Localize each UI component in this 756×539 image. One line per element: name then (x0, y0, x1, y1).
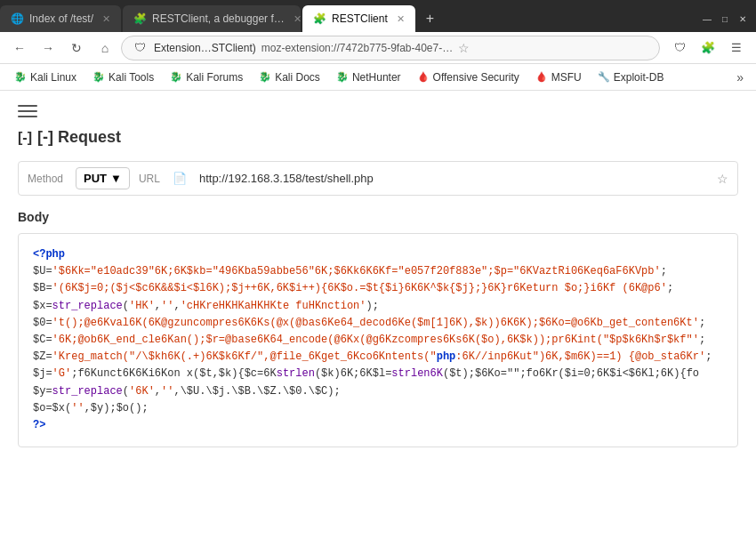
tab-2-close[interactable]: ✕ (294, 13, 301, 25)
nav-right-buttons: 🛡 🧩 ☰ (667, 36, 749, 60)
kali-docs-icon: 🐉 (259, 71, 271, 83)
kali-forums-icon: 🐉 (170, 71, 182, 83)
home-button[interactable]: ⌂ (92, 36, 117, 60)
kali-tools-icon: 🐉 (92, 71, 105, 83)
section-title: [-] Request (37, 128, 121, 147)
bookmark-exploit-db-label: Exploit-DB (614, 71, 664, 84)
code-block[interactable]: <?php $U='$6Kk="e10adc39"6K;6K$kb="496Kb… (18, 233, 738, 447)
bookmark-kali-docs-label: Kali Docs (275, 71, 320, 84)
address-short: Extension…STClient) (154, 42, 256, 54)
method-label: Method (28, 173, 63, 185)
tab-1[interactable]: 🌐 Index of /test/ ✕ (0, 5, 121, 32)
shield-button[interactable]: 🛡 (667, 36, 692, 60)
kali-linux-icon: 🐉 (14, 71, 27, 83)
bookmark-kali-forums[interactable]: 🐉 Kali Forums (163, 69, 250, 85)
tab-3-icon: 🧩 (313, 12, 326, 25)
maximize-button[interactable]: □ (719, 12, 731, 25)
exploit-db-icon: 🔧 (598, 71, 610, 83)
bookmark-msfu-label: MSFU (551, 71, 582, 84)
back-button[interactable]: ← (7, 36, 32, 60)
method-dropdown-icon: ▼ (110, 172, 122, 185)
bookmarks-more-button[interactable]: » (731, 68, 749, 86)
window-controls: — □ ✕ (701, 5, 756, 32)
url-icon: 📄 (173, 172, 187, 185)
bookmark-kali-forums-label: Kali Forums (186, 71, 243, 84)
extensions-button[interactable]: 🧩 (696, 36, 720, 60)
url-value[interactable]: http://192.168.3.158/test/shell.php (199, 172, 708, 185)
bookmark-kali-linux-label: Kali Linux (30, 71, 76, 84)
bookmark-kali-tools-label: Kali Tools (109, 71, 154, 84)
request-section-header: [-] [-] Request (18, 128, 738, 147)
menu-button[interactable]: ☰ (724, 36, 749, 60)
tab-2-icon: 🧩 (133, 12, 147, 25)
bookmark-kali-linux[interactable]: 🐉 Kali Linux (7, 69, 84, 85)
tab-3-label: RESTClient (332, 12, 388, 25)
bookmark-offensive-security[interactable]: 🩸 Offensive Security (410, 69, 527, 85)
offensive-security-icon: 🩸 (417, 71, 430, 83)
main-content: [-] [-] Request Method PUT ▼ URL 📄 http:… (0, 91, 756, 539)
body-label: Body (18, 210, 738, 224)
tab-1-label: Index of /test/ (29, 12, 93, 25)
hamburger-line-2 (18, 110, 37, 112)
bookmarks-bar: 🐉 Kali Linux 🐉 Kali Tools 🐉 Kali Forums … (0, 64, 756, 91)
bookmark-offensive-security-label: Offensive Security (433, 71, 519, 84)
bookmark-nethunter-label: NetHunter (352, 71, 401, 84)
tab-1-icon: 🌐 (11, 12, 24, 25)
body-section: Body <?php $U='$6Kk="e10adc39"6K;6K$kb="… (18, 210, 738, 447)
new-tab-button[interactable]: + (417, 5, 443, 32)
method-value: PUT (84, 172, 107, 185)
hamburger-menu[interactable] (18, 105, 37, 117)
refresh-button[interactable]: ↻ (64, 36, 89, 60)
nav-bar: ← → ↻ ⌂ 🛡 Extension…STClient) moz-extens… (0, 32, 756, 64)
tab-3-close[interactable]: ✕ (397, 13, 405, 25)
bookmark-msfu[interactable]: 🩸 MSFU (528, 69, 589, 85)
title-bar: 🌐 Index of /test/ ✕ 🧩 RESTClient, a debu… (0, 0, 756, 32)
hamburger-line-3 (18, 116, 37, 117)
bookmark-nethunter[interactable]: 🐉 NetHunter (329, 69, 408, 85)
address-full: moz-extension://7472b775-9fab-40e7-… (261, 42, 453, 54)
bookmark-kali-docs[interactable]: 🐉 Kali Docs (252, 69, 327, 85)
hamburger-line-1 (18, 105, 37, 107)
security-icon: 🛡 (131, 41, 149, 54)
section-collapse-icon[interactable]: [-] (18, 130, 32, 146)
bookmark-star[interactable]: ☆ (458, 41, 470, 55)
address-bar[interactable]: 🛡 Extension…STClient) moz-extension://74… (121, 36, 660, 60)
msfu-icon: 🩸 (535, 71, 548, 83)
minimize-button[interactable]: — (701, 12, 713, 25)
tab-1-close[interactable]: ✕ (102, 13, 110, 25)
method-select[interactable]: PUT ▼ (76, 167, 130, 189)
close-button[interactable]: ✕ (736, 12, 749, 25)
tab-2[interactable]: 🧩 RESTClient, a debugger f… ✕ (123, 5, 301, 32)
forward-button[interactable]: → (36, 36, 60, 60)
tab-3[interactable]: 🧩 RESTClient ✕ (302, 5, 415, 32)
bookmark-kali-tools[interactable]: 🐉 Kali Tools (85, 69, 161, 85)
bookmark-exploit-db[interactable]: 🔧 Exploit-DB (591, 69, 672, 85)
url-label: URL (139, 173, 160, 185)
url-star-button[interactable]: ☆ (717, 172, 728, 186)
method-url-row: Method PUT ▼ URL 📄 http://192.168.3.158/… (18, 161, 738, 196)
nethunter-icon: 🐉 (336, 71, 349, 83)
tab-2-label: RESTClient, a debugger f… (152, 12, 285, 25)
